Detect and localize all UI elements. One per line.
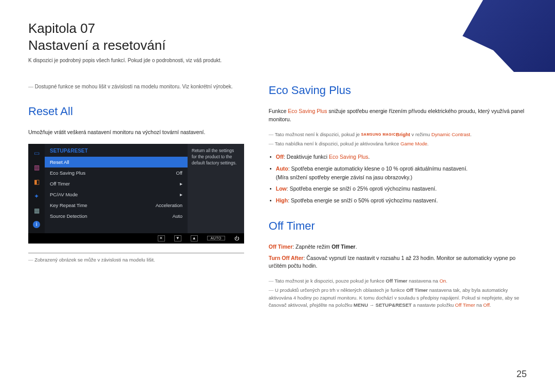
osd-row-reset-all: Reset All <box>45 157 188 167</box>
chapter-label: Kapitola 07 <box>28 21 527 36</box>
reset-all-desc: Umožňuje vrátit veškerá nastavení monito… <box>28 128 248 137</box>
offtimer-note-2: U produktů určených pro trh v některých … <box>269 287 527 309</box>
osd-row-value: ▸ <box>180 181 182 186</box>
eco-bullets: Off: Deaktivuje funkci Eco Saving Plus. … <box>269 153 527 205</box>
offtimer-note-1: Tato možnost je k dispozici, pouze pokud… <box>269 277 527 285</box>
osd-row-source: Source Detection Auto <box>45 211 188 221</box>
availability-note: Dostupné funkce se mohou lišit v závislo… <box>28 84 248 89</box>
eco-bullet-off: Off: Deaktivuje funkci Eco Saving Plus. <box>276 153 527 161</box>
osd-screenshot: ▭ ▥ ◧ ✦ ▦ i SETUP&RESET Reset All <box>28 144 244 244</box>
options-icon: ▦ <box>32 207 41 215</box>
left-column: Dostupné funkce se mohou lišit v závislo… <box>28 84 248 311</box>
offtimer-heading: Off Timer <box>269 219 527 233</box>
offtimer-p1: Off Timer: Zapněte režim Off Timer. <box>269 243 527 251</box>
auto-button: AUTO <box>207 236 225 240</box>
reset-all-heading: Reset All <box>28 105 248 118</box>
settings-icon: ✦ <box>32 192 41 200</box>
image-vary-note: Zobrazený obrázek se může v závislosti n… <box>28 256 248 264</box>
monitor-icon: ▭ <box>32 149 41 157</box>
osd-row-offtimer: Off Timer ▸ <box>45 178 188 189</box>
eco-intro: Funkce Eco Saving Plus snižuje spotřebu … <box>269 107 527 124</box>
osd-description-panel: Return all the settings for the product … <box>188 144 244 233</box>
osd-row-label: Key Repeat Time <box>50 202 87 208</box>
osd-row-label: PC/AV Mode <box>50 192 78 197</box>
osd-row-keyrepeat: Key Repeat Time Acceleration <box>45 200 188 211</box>
osd-row-value: Acceleration <box>156 202 182 208</box>
page-number: 25 <box>516 369 527 380</box>
picture-icon: ▥ <box>32 163 41 172</box>
osd-row-value: Auto <box>172 213 182 219</box>
osd-row-label: Source Detection <box>50 213 87 219</box>
eco-note-2: Tato nabídka není k dispozici, pokud je … <box>269 140 527 147</box>
osd-row-label: Reset All <box>50 159 69 165</box>
osd-row-pcav: PC/AV Mode ▸ <box>45 189 188 200</box>
eco-bullet-auto: Auto: Spotřeba energie automaticky klesn… <box>276 164 527 182</box>
eco-bullet-low: Low: Spotřeba energie se sníží o 25% opr… <box>276 184 527 193</box>
osd-icon-strip: ▭ ▥ ◧ ✦ ▦ i <box>28 144 45 233</box>
osd-header: SETUP&RESET <box>45 144 188 157</box>
down-icon: ▼ <box>174 235 181 241</box>
eco-heading: Eco Saving Plus <box>269 84 527 97</box>
divider <box>28 253 244 253</box>
osd-row-label: Eco Saving Plus <box>50 170 85 176</box>
up-icon: ▲ <box>191 235 198 241</box>
page-content: Kapitola 07 Nastavení a resetování K dis… <box>0 0 555 311</box>
eco-note-1: Tato možnost není k dispozici, pokud je … <box>269 131 527 138</box>
osd-row-value: Off <box>176 170 183 176</box>
chapter-subtitle: K dispozici je podrobný popis všech funk… <box>28 58 527 63</box>
eco-bullet-high: High: Spotřeba energie se sníží o 50% op… <box>276 196 527 205</box>
info-icon: i <box>33 221 40 228</box>
chapter-title: Nastavení a resetování <box>28 38 527 53</box>
osd-row-label: Off Timer <box>50 181 70 186</box>
power-icon: ⏻ <box>234 236 239 241</box>
right-column: Eco Saving Plus Funkce Eco Saving Plus s… <box>269 84 527 311</box>
osd-row-value: ▸ <box>180 192 182 197</box>
color-icon: ◧ <box>32 178 41 186</box>
osd-footer: ✕ ▼ ▲ AUTO ⏻ <box>28 233 244 244</box>
osd-row-eco: Eco Saving Plus Off <box>45 167 188 178</box>
offtimer-p2: Turn Off After: Časovač vypnutí lze nast… <box>269 254 527 271</box>
close-icon: ✕ <box>158 235 165 241</box>
